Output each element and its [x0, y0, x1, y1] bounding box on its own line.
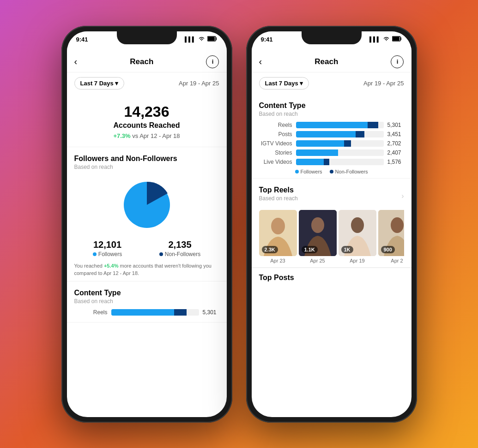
legend-followers: Followers — [295, 169, 322, 174]
content-type-subtitle-2: Based on reach — [259, 111, 404, 117]
reel-date-4: Apr 2 — [378, 258, 404, 263]
legend-row: Followers Non-Followers — [259, 169, 404, 174]
bar-nonfollowers-posts — [356, 131, 364, 137]
bar-track-igtv — [296, 140, 384, 147]
date-range-1: Apr 19 - Apr 25 — [179, 80, 219, 87]
followers-dot — [93, 252, 97, 256]
bar-value-igtv: 2,702 — [387, 140, 404, 147]
bar-followers-stories — [296, 149, 338, 156]
legend-followers-label: Followers — [301, 169, 322, 174]
top-reels-subtitle: Based on reach — [259, 195, 298, 202]
bar-nonfollowers-reels-1 — [174, 309, 187, 316]
legend-nonfollowers: Non-Followers — [330, 169, 368, 174]
change-value: +7.3% — [113, 132, 130, 139]
reel-item-1[interactable]: 2.3K Apr 23 — [259, 210, 297, 263]
page-title-1: Reach — [130, 57, 153, 66]
reels-grid: 2.3K Apr 23 1.1K Apr 25 — [259, 206, 404, 267]
svg-point-8 — [311, 217, 324, 233]
legend-nonfollowers-label: Non-Followers — [335, 169, 368, 174]
status-bar-1: 9:41 ▌▌▌ — [67, 31, 227, 52]
bar-row-igtv: IGTV Videos 2,702 — [259, 140, 404, 147]
svg-rect-4 — [393, 37, 399, 41]
filter-label-1: Last 7 Days ▾ — [80, 80, 119, 87]
legend-followers-dot — [295, 170, 299, 173]
bar-track-posts — [296, 131, 384, 137]
filter-label-2: Last 7 Days ▾ — [265, 80, 303, 87]
bar-value-reels-1: 5,301 — [203, 309, 219, 316]
nonfollowers-dot — [159, 252, 163, 256]
status-icons-1: ▌▌▌ — [185, 36, 217, 42]
bar-label-igtv: IGTV Videos — [259, 140, 292, 147]
pie-chart-container — [74, 175, 219, 235]
content-type-subtitle-1: Based on reach — [74, 298, 219, 305]
reel-thumb-4: 900 — [378, 210, 404, 256]
bar-nonfollowers-reels-2 — [368, 122, 378, 128]
content-type-title-1: Content Type — [74, 289, 219, 297]
top-reels-title-group: Top Reels Based on reach — [259, 186, 298, 206]
filter-row-2: Last 7 Days ▾ Apr 19 - Apr 25 — [252, 72, 411, 94]
bar-track-reels-1 — [111, 309, 199, 316]
bar-nonfollowers-live — [324, 159, 329, 165]
reel-count-1: 2.3K — [262, 246, 278, 253]
reel-count-3: 1K — [341, 246, 353, 253]
followers-count: 12,101 — [93, 239, 122, 250]
bar-value-reels-2: 5,301 — [387, 122, 404, 128]
svg-rect-1 — [208, 37, 215, 41]
bar-followers-reels-2 — [296, 122, 368, 128]
top-reels-chevron[interactable]: › — [401, 192, 404, 200]
bar-row-stories: Stories 2,407 — [259, 149, 404, 156]
bar-row-reels-2: Reels 5,301 — [259, 122, 404, 128]
note-value: +5.4% — [104, 263, 119, 269]
bar-track-stories — [296, 149, 384, 156]
reel-date-3: Apr 19 — [339, 258, 376, 263]
nonfollowers-count: 2,135 — [159, 239, 200, 250]
followers-label: Followers — [93, 251, 122, 257]
bar-followers-igtv — [296, 140, 345, 147]
top-posts-title: Top Posts — [259, 274, 404, 282]
accounts-reached-label: Accounts Reached — [74, 121, 219, 130]
reel-date-1: Apr 23 — [259, 258, 297, 263]
bar-row-live: Live Videos 1,576 — [259, 159, 404, 165]
bar-followers-reels-1 — [111, 309, 175, 316]
status-time-1: 9:41 — [76, 36, 88, 43]
reel-item-3[interactable]: 1K Apr 19 — [339, 210, 376, 263]
phone-1: 9:41 ▌▌▌ — [61, 26, 232, 423]
bar-label-live: Live Videos — [259, 159, 292, 165]
reel-thumb-2: 1.1K — [299, 210, 337, 256]
info-button-1[interactable]: i — [206, 55, 219, 68]
wifi-icon-1 — [198, 36, 205, 42]
status-bar-2: 9:41 ▌▌▌ — [252, 31, 411, 52]
svg-point-12 — [391, 217, 404, 233]
back-button-2[interactable]: ‹ — [259, 56, 262, 67]
filter-row-1: Last 7 Days ▾ Apr 19 - Apr 25 — [67, 72, 227, 94]
back-button-1[interactable]: ‹ — [74, 56, 78, 67]
signal-icon-1: ▌▌▌ — [185, 36, 195, 42]
bar-label-reels-1: Reels — [74, 309, 108, 316]
bar-value-live: 1,576 — [387, 159, 404, 165]
date-filter-1[interactable]: Last 7 Days ▾ — [74, 77, 125, 90]
battery-icon-2 — [392, 36, 402, 42]
date-filter-2[interactable]: Last 7 Days ▾ — [259, 77, 309, 90]
phone-2: 9:41 ▌▌▌ — [246, 26, 417, 423]
reel-item-2[interactable]: 1.1K Apr 25 — [299, 210, 337, 263]
bar-value-stories: 2,407 — [387, 149, 404, 156]
reach-note: You reached +5.4% more accounts that wer… — [74, 262, 219, 277]
reel-count-2: 1.1K — [302, 246, 318, 253]
page-title-2: Reach — [315, 57, 338, 66]
reel-count-4: 900 — [381, 246, 395, 253]
wifi-icon-2 — [383, 36, 390, 42]
followers-section: Followers and Non-Followers Based on rea… — [67, 147, 227, 281]
reel-thumb-1: 2.3K — [259, 210, 297, 256]
info-button-2[interactable]: i — [391, 55, 404, 68]
notch-1 — [117, 31, 177, 44]
reel-thumb-3: 1K — [339, 210, 376, 256]
bar-row-posts: Posts 3,451 — [259, 131, 404, 137]
date-range-2: Apr 19 - Apr 25 — [363, 80, 404, 87]
app-header-2: ‹ Reach i — [252, 52, 411, 72]
followers-title: Followers and Non-Followers — [74, 155, 219, 163]
bar-label-posts: Posts — [259, 131, 292, 137]
top-posts-section: Top Posts — [252, 268, 411, 287]
reel-item-4[interactable]: 900 Apr 2 — [378, 210, 404, 263]
status-time-2: 9:41 — [261, 36, 273, 43]
scroll-content-1: 14,236 Accounts Reached +7.3% vs Apr 12 … — [67, 94, 227, 417]
